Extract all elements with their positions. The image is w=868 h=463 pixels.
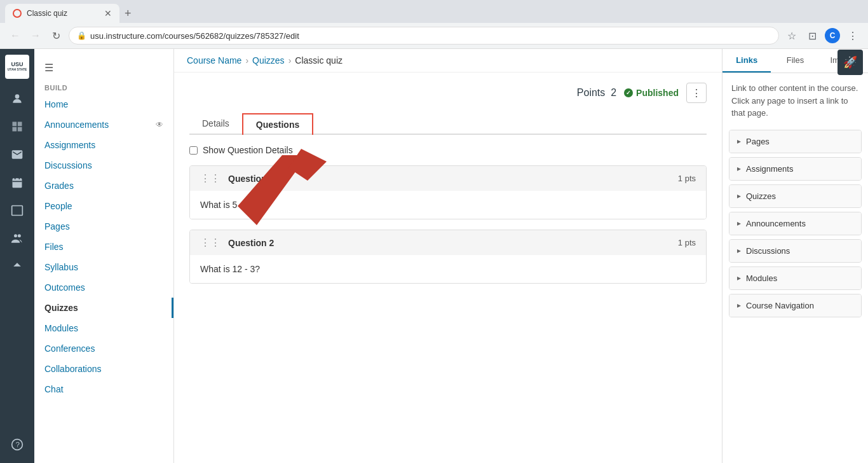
more-options-button[interactable]: ⋮ (686, 83, 707, 103)
sidebar-item-quizzes[interactable]: Quizzes (34, 298, 173, 318)
panel-section-assignments-header[interactable]: ▸ Assignments (729, 158, 861, 180)
menu-icon[interactable]: ⋮ (845, 28, 860, 43)
panel-section-quizzes-header[interactable]: ▸ Quizzes (729, 185, 861, 207)
sidebar-item-files[interactable]: Files (34, 237, 173, 257)
panel-tab-files[interactable]: Files (771, 49, 819, 73)
quiz-area-wrapper: Points 2 Published ⋮ Details Questions (174, 73, 722, 304)
sidebar-item-syllabus[interactable]: Syllabus (34, 257, 173, 277)
rocket-button[interactable]: 🚀 (837, 50, 863, 75)
cast-icon[interactable]: ⊡ (804, 28, 820, 43)
sidebar: ☰ Build Home Announcements 👁 Assignments… (34, 49, 174, 463)
question-2-body[interactable]: What is 12 - 3? (190, 255, 706, 283)
quiz-header: Points 2 Published ⋮ (189, 83, 707, 103)
svg-rect-1 (13, 178, 22, 188)
question-1-body[interactable]: What is 5 + 7? (190, 191, 706, 219)
right-panel: Links Files Images Link to other content… (722, 49, 868, 463)
rail-groups-icon[interactable] (4, 226, 30, 251)
sidebar-item-announcements[interactable]: Announcements 👁 (34, 114, 173, 135)
panel-tab-links[interactable]: Links (722, 49, 771, 73)
panel-section-pages: ▸ Pages (729, 130, 862, 153)
tab-bar: Classic quiz ✕ + (0, 0, 868, 23)
rail-calendar-icon[interactable] (4, 170, 30, 195)
breadcrumb: Course Name › Quizzes › Classic quiz (174, 49, 722, 73)
panel-description: Link to other content in the course. Cli… (722, 73, 868, 126)
tab-questions[interactable]: Questions (242, 113, 313, 135)
sidebar-item-assignments[interactable]: Assignments (34, 135, 173, 155)
show-question-details-checkbox[interactable] (189, 146, 198, 155)
sidebar-item-discussions[interactable]: Discussions (34, 155, 173, 176)
hamburger-icon: ☰ (44, 62, 53, 74)
drag-handle-1[interactable]: ⋮⋮ (200, 172, 220, 184)
question-2-title: Question 2 (228, 238, 670, 248)
sidebar-item-home[interactable]: Home (34, 94, 173, 114)
discussions-section-label: Discussions (746, 246, 790, 256)
sidebar-item-collaborations[interactable]: Collaborations (34, 359, 173, 379)
hamburger-menu[interactable]: ☰ (34, 57, 173, 79)
sidebar-item-chat[interactable]: Chat (34, 379, 173, 399)
drag-handle-2[interactable]: ⋮⋮ (200, 237, 220, 249)
question-1-pts: 1 pts (678, 174, 696, 183)
sidebar-item-modules[interactable]: Modules (34, 318, 173, 338)
assignments-section-label: Assignments (746, 164, 793, 174)
panel-section-announcements-header[interactable]: ▸ Announcements (729, 212, 861, 235)
rocket-icon: 🚀 (843, 55, 857, 69)
question-card-2: ⋮⋮ Question 2 1 pts What is 12 - 3? (189, 230, 707, 284)
svg-point-0 (15, 94, 20, 99)
bookmark-icon[interactable]: ☆ (784, 28, 799, 43)
forward-button[interactable]: → (28, 28, 43, 43)
main-content: Course Name › Quizzes › Classic quiz Poi… (174, 49, 722, 463)
rail-return-icon[interactable] (4, 254, 30, 279)
url-box[interactable]: 🔒 usu.instructure.com/courses/562682/qui… (69, 27, 779, 45)
published-dot (624, 88, 633, 97)
panel-section-pages-header[interactable]: ▸ Pages (729, 130, 861, 153)
show-question-details-label[interactable]: Show Question Details (203, 145, 293, 155)
rail-courses-icon[interactable] (4, 198, 30, 223)
tab-favicon (13, 9, 22, 18)
sidebar-item-people[interactable]: People (34, 196, 173, 216)
new-tab-button[interactable]: + (119, 7, 137, 20)
sidebar-item-conferences[interactable]: Conferences (34, 338, 173, 359)
announcements-chevron-icon: ▸ (737, 219, 741, 228)
breadcrumb-section-link[interactable]: Quizzes (252, 55, 285, 66)
rail-inbox-icon[interactable] (4, 142, 30, 167)
app-container: USU UTAH STATE ? (0, 49, 868, 463)
usu-logo[interactable]: USU UTAH STATE (4, 54, 30, 79)
discussions-chevron-icon: ▸ (737, 246, 741, 255)
panel-section-discussions: ▸ Discussions (729, 239, 862, 263)
panel-section-course-navigation: ▸ Course Navigation (729, 294, 862, 317)
rocket-button-container: 🚀 (837, 50, 863, 75)
question-2-header: ⋮⋮ Question 2 1 pts (190, 230, 706, 255)
reload-button[interactable]: ↻ (48, 28, 64, 43)
rail-dashboard-icon[interactable] (4, 114, 30, 139)
sidebar-item-pages[interactable]: Pages (34, 216, 173, 237)
lock-icon: 🔒 (77, 31, 86, 40)
breadcrumb-course-link[interactable]: Course Name (187, 55, 241, 66)
quizzes-section-label: Quizzes (746, 191, 776, 201)
svg-point-6 (14, 234, 17, 237)
quizzes-chevron-icon: ▸ (737, 191, 741, 200)
sidebar-item-outcomes[interactable]: Outcomes (34, 277, 173, 298)
rail-account-icon[interactable] (4, 86, 30, 111)
modules-chevron-icon: ▸ (737, 273, 741, 282)
panel-section-modules-header[interactable]: ▸ Modules (729, 267, 861, 289)
panel-section-announcements: ▸ Announcements (729, 212, 862, 235)
back-button[interactable]: ← (8, 28, 23, 43)
profile-avatar[interactable]: C (825, 28, 840, 43)
points-display: Points 2 (577, 87, 616, 99)
panel-section-course-navigation-header[interactable]: ▸ Course Navigation (729, 294, 861, 317)
announcements-section-label: Announcements (746, 219, 806, 228)
tab-details[interactable]: Details (189, 113, 242, 134)
browser-chrome: Classic quiz ✕ + ← → ↻ 🔒 usu.instructure… (0, 0, 868, 49)
svg-point-7 (18, 234, 21, 237)
pages-chevron-icon: ▸ (737, 137, 741, 146)
rail-help-icon[interactable]: ? (4, 432, 30, 457)
show-question-details-row: Show Question Details (189, 145, 707, 155)
assignments-chevron-icon: ▸ (737, 164, 741, 173)
active-tab[interactable]: Classic quiz ✕ (5, 4, 119, 23)
published-badge: Published (624, 88, 679, 98)
panel-section-discussions-header[interactable]: ▸ Discussions (729, 240, 861, 262)
tab-title: Classic quiz (27, 9, 67, 18)
sidebar-item-grades[interactable]: Grades (34, 176, 173, 196)
course-navigation-section-label: Course Navigation (746, 301, 814, 310)
tab-close-button[interactable]: ✕ (104, 8, 112, 18)
